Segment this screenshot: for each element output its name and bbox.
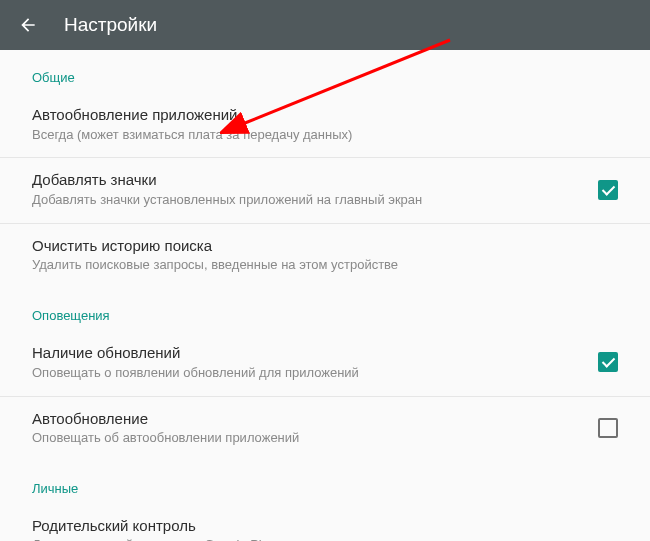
- page-title: Настройки: [64, 14, 157, 36]
- item-title: Родительский контроль: [32, 516, 618, 536]
- item-updates-available[interactable]: Наличие обновлений Оповещать о появлении…: [0, 331, 650, 396]
- item-sub: Оповещать об автообновлении приложений: [32, 430, 582, 447]
- item-sub: Для приложений и контента Google Play: [32, 537, 618, 541]
- item-title: Наличие обновлений: [32, 343, 582, 363]
- item-sub: Удалить поисковые запросы, введенные на …: [32, 257, 618, 274]
- item-auto-update-notify[interactable]: Автообновление Оповещать об автообновлен…: [0, 397, 650, 461]
- app-bar: Настройки: [0, 0, 650, 50]
- item-title: Автообновление: [32, 409, 582, 429]
- item-sub: Добавлять значки установленных приложени…: [32, 192, 582, 209]
- checkbox-auto-update-notify[interactable]: [598, 418, 618, 438]
- section-label-personal: Личные: [0, 461, 650, 504]
- item-clear-search-history[interactable]: Очистить историю поиска Удалить поисковы…: [0, 224, 650, 288]
- checkbox-updates-available[interactable]: [598, 352, 618, 372]
- item-sub: Всегда (может взиматься плата за передач…: [32, 127, 618, 144]
- section-label-general: Общие: [0, 50, 650, 93]
- item-auto-update-apps[interactable]: Автообновление приложений Всегда (может …: [0, 93, 650, 158]
- item-title: Очистить историю поиска: [32, 236, 618, 256]
- item-title: Добавлять значки: [32, 170, 582, 190]
- section-label-notifications: Оповещения: [0, 288, 650, 331]
- checkbox-add-icons[interactable]: [598, 180, 618, 200]
- item-title: Автообновление приложений: [32, 105, 618, 125]
- settings-content: Общие Автообновление приложений Всегда (…: [0, 50, 650, 541]
- item-sub: Оповещать о появлении обновлений для при…: [32, 365, 582, 382]
- item-parental-control[interactable]: Родительский контроль Для приложений и к…: [0, 504, 650, 541]
- item-add-icons[interactable]: Добавлять значки Добавлять значки устано…: [0, 158, 650, 223]
- back-icon[interactable]: [16, 13, 40, 37]
